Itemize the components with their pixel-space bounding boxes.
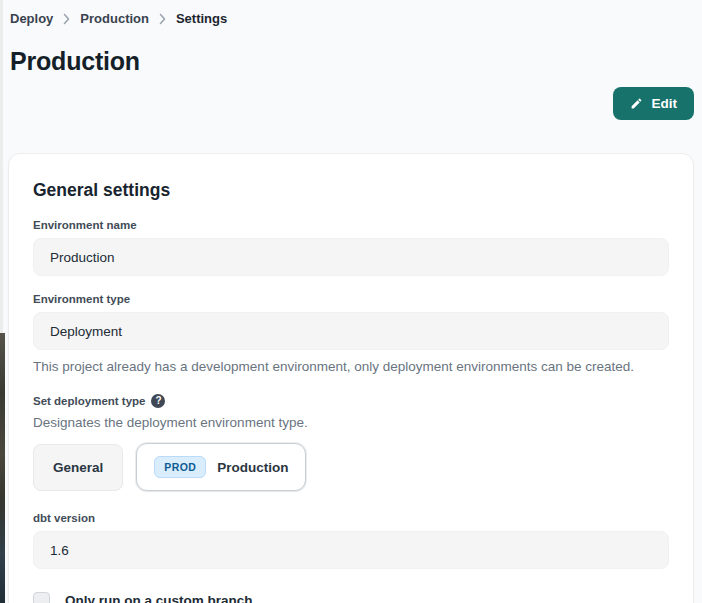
pencil-icon bbox=[630, 97, 643, 110]
card-heading: General settings bbox=[33, 180, 669, 201]
environment-name-label-text: Environment name bbox=[33, 219, 137, 231]
breadcrumb-item-production[interactable]: Production bbox=[80, 11, 149, 26]
custom-branch-checkbox[interactable] bbox=[33, 592, 50, 603]
environment-name-input[interactable] bbox=[33, 238, 669, 276]
dbt-version-input[interactable] bbox=[33, 531, 669, 569]
deployment-type-description: Designates the deployment environment ty… bbox=[33, 415, 669, 430]
environment-name-label: Environment name bbox=[33, 219, 669, 231]
deployment-type-option-production[interactable]: PROD Production bbox=[136, 443, 306, 491]
deployment-type-options: General PROD Production bbox=[33, 443, 669, 491]
environment-type-helper: This project already has a development e… bbox=[33, 359, 669, 374]
toolbar: Edit bbox=[8, 87, 694, 120]
option-general-label: General bbox=[53, 460, 103, 475]
edit-button[interactable]: Edit bbox=[613, 87, 695, 120]
breadcrumb-item-deploy[interactable]: Deploy bbox=[10, 11, 53, 26]
environment-type-label-text: Environment type bbox=[33, 293, 130, 305]
custom-branch-row: Only run on a custom branch bbox=[33, 592, 669, 603]
page-title: Production bbox=[10, 47, 694, 76]
page-container: Deploy Production Settings Production Ed… bbox=[0, 0, 702, 603]
deployment-type-option-general[interactable]: General bbox=[33, 444, 123, 491]
breadcrumb-item-settings: Settings bbox=[176, 11, 227, 26]
environment-type-input[interactable] bbox=[33, 312, 669, 350]
option-production-label: Production bbox=[217, 460, 288, 475]
chevron-right-icon bbox=[158, 13, 167, 25]
left-edge-artifact-light bbox=[0, 0, 3, 333]
deployment-type-label: Set deployment type ? bbox=[33, 394, 669, 408]
dbt-version-label-text: dbt version bbox=[33, 512, 95, 524]
breadcrumb: Deploy Production Settings bbox=[8, 0, 694, 26]
dbt-version-label: dbt version bbox=[33, 512, 669, 524]
general-settings-card: General settings Environment name Enviro… bbox=[8, 153, 694, 603]
custom-branch-label: Only run on a custom branch bbox=[65, 593, 253, 603]
prod-badge: PROD bbox=[154, 456, 206, 478]
left-edge-artifact-dark bbox=[0, 333, 5, 603]
chevron-right-icon bbox=[62, 13, 71, 25]
deployment-type-label-text: Set deployment type bbox=[33, 395, 145, 407]
edit-button-label: Edit bbox=[652, 96, 678, 111]
environment-type-label: Environment type bbox=[33, 293, 669, 305]
help-icon[interactable]: ? bbox=[151, 394, 165, 408]
